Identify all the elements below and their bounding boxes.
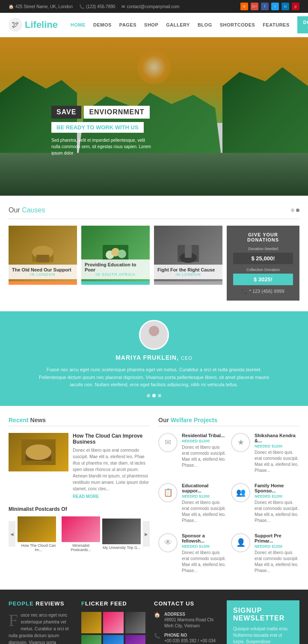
project-content-6: Support Pre Primar... NEEDED $1200 Donec…: [255, 533, 299, 574]
donation-title: GIVE YOUR DONATIONS: [233, 232, 293, 242]
testimonial-dots: [9, 394, 299, 397]
flicker-title-suffix: LICKER FEED: [85, 600, 127, 607]
cause-strip-1: [9, 281, 77, 285]
news-img-bg-1: [9, 433, 68, 471]
nav-demos[interactable]: DEMOS: [93, 22, 112, 27]
projects-title: Our Welfare Projects: [158, 417, 299, 423]
hero-environment-label: ENVIORNMENT: [84, 106, 149, 119]
news-projects-section: Recent News How The Cloud Can Improve Bu…: [0, 406, 308, 590]
thumb-wrapper-1: How The Cloud Can Im...: [18, 516, 60, 552]
facebook-icon[interactable]: f: [261, 3, 269, 10]
contact-phone-value: +00 035 835 282 / +00 034 965 353: [164, 638, 216, 644]
cause-label-1: The Old Need Our Support IN LONDON: [9, 265, 77, 279]
cause-location-1: IN LONDON: [12, 272, 74, 277]
nav-blog[interactable]: BLOG: [198, 22, 212, 27]
hero-content: SAVE ENVIORNMENT BE READY TO WORK WITH U…: [51, 106, 154, 156]
svg-point-6: [118, 250, 126, 258]
projects-grid: ✉ Residential Tribal... NEEDED $1200 Don…: [158, 433, 299, 579]
contact-phone-item: 📞 PHONE NO +00 035 835 282 / +00 034 965…: [154, 633, 218, 644]
address-icon: 🏠: [154, 612, 161, 618]
cause-title-2: Providing Education to Poor: [85, 262, 146, 272]
contact-address-value: #8901 Marmora Road Chi Minh City, Vietna…: [164, 617, 213, 628]
nav-links: HOME DEMOS PAGES SHOP GALLERY BLOG SHORT…: [71, 16, 308, 33]
pinterest-icon[interactable]: p: [292, 3, 299, 10]
project-name-6: Support Pre Primar...: [255, 533, 299, 543]
twitter-icon[interactable]: t: [271, 3, 279, 10]
google-plus-icon[interactable]: G+: [251, 3, 258, 10]
project-icon-2: ★: [231, 433, 250, 452]
project-name-3: Educational suppor...: [182, 483, 227, 493]
reviews-title-prefix: PEOPLE: [9, 600, 34, 607]
rss-icon[interactable]: ⊕: [240, 3, 248, 10]
nav-shop[interactable]: SHOP: [144, 22, 158, 27]
thumb-prev[interactable]: ◀: [9, 521, 15, 547]
nav-features[interactable]: FEATURES: [263, 22, 289, 27]
linkedin-icon[interactable]: in: [281, 3, 289, 10]
cause-strip-3: [154, 281, 222, 285]
top-bar: 🏠 425 Street Name, UK, London 📞 (123) 45…: [0, 0, 308, 13]
flicker-title-prefix: F: [81, 600, 85, 607]
project-needed-6: NEEDED $1200: [255, 544, 299, 549]
nav-home[interactable]: HOME: [71, 22, 86, 27]
thumb-image-2: [62, 516, 100, 542]
logo[interactable]: 🕊 Lifeline: [9, 18, 58, 32]
nav-gallery[interactable]: GALLERY: [166, 22, 190, 27]
news-second-title: Minimalist Postcards Of: [9, 506, 150, 512]
hero-ready-prefix: BE READY TO WORK: [56, 124, 115, 131]
projects-title-accent: Welfare Projects: [169, 417, 217, 423]
project-name-5: Sponsor a fellowsh...: [182, 533, 227, 543]
phone-icon: 📞: [79, 4, 84, 9]
project-desc-2: Donec et libero quis erat commodo suscip…: [255, 450, 299, 474]
project-content-5: Sponsor a fellowsh... NEEDED $1200 Donec…: [182, 533, 227, 574]
top-bar-contact: 🏠 425 Street Name, UK, London 📞 (123) 45…: [9, 4, 179, 9]
thumb-label-1: How The Cloud Can Im...: [18, 543, 60, 552]
news-thumbnails: ◀ How The Cloud Can Im... Minimalist Pos…: [9, 516, 150, 552]
project-content-1: Residential Tribal... NEEDED $1200 Donec…: [182, 433, 227, 468]
news-item-1: How The Cloud Can Improve Business Donec…: [9, 433, 150, 501]
donate-button[interactable]: DONATE NOW: [297, 16, 308, 33]
testimonial-dot-2[interactable]: [152, 394, 156, 397]
donation-collection-label: Collection Donation: [233, 268, 293, 272]
flicker-feed-col: FLICKER FEED: [81, 600, 145, 644]
hero-headline: SAVE ENVIORNMENT: [51, 106, 154, 119]
donation-phone: 📞 * 123 (456) 9999: [233, 289, 293, 294]
thumb-wrapper-3: My University Trip G...: [102, 519, 141, 550]
project-name-2: Shikshana Kendra &...: [255, 433, 299, 443]
testimonial-text: Fusce nec arcu eget nunc scelerisque pha…: [38, 366, 270, 389]
thumb-next[interactable]: ▶: [143, 521, 150, 547]
project-needed-3: NEEDED $1200: [182, 494, 227, 498]
read-more-link[interactable]: READ MORE: [73, 494, 150, 499]
projects-divider: [158, 426, 299, 426]
project-icon-3: 📋: [158, 483, 178, 502]
cause-card-1[interactable]: The Old Need Our Support IN LONDON: [9, 226, 77, 301]
contact-phone-icon: 📞: [154, 633, 161, 639]
news-column: Recent News How The Cloud Can Improve Bu…: [9, 417, 150, 579]
hero-subheadline: BE READY TO WORK WITH US: [51, 122, 144, 133]
cause-label-3: Fight For the Right Cause IN LONDON: [154, 265, 222, 279]
projects-column: Our Welfare Projects ✉ Residential Triba…: [158, 417, 299, 579]
project-item-2: ★ Shikshana Kendra &... NEEDED $1200 Don…: [231, 433, 299, 474]
testimonial-dot-1[interactable]: [147, 394, 150, 397]
email-item: ✉ contact@companymail.com: [121, 4, 179, 9]
news-content-1: How The Cloud Can Improve Business Donec…: [73, 433, 150, 501]
cause-location-3: IN LONDON: [157, 272, 219, 277]
cause-card-3[interactable]: Fight For the Right Cause IN LONDON: [154, 226, 222, 301]
project-desc-4: Donec et libero quis erat commodo suscip…: [255, 500, 299, 524]
testimonial-dot-3[interactable]: [158, 394, 161, 397]
nav-shortcodes[interactable]: SHORTCODES: [220, 22, 255, 27]
projects-title-prefix: Our: [158, 417, 169, 423]
carousel-dot-1[interactable]: [291, 209, 294, 212]
news-divider: [9, 426, 150, 426]
testimonial-name: MARIYA FRUKLEIN, CEO: [9, 354, 299, 361]
svg-point-12: [149, 326, 159, 336]
cause-card-2[interactable]: Providing Education to Poor IN SOUTH AFR…: [81, 226, 150, 301]
hero-body-text: Sed pharetra, velit et imperdiet pellent…: [51, 137, 154, 156]
reviews-body: F usce nec arcu eget nunc scelerisque ph…: [9, 612, 73, 644]
project-name-4: Family Home Sponso...: [255, 483, 299, 493]
project-needed-2: NEEDED $1200: [255, 444, 299, 448]
project-desc-3: Donec et libero quis erat commodo suscip…: [182, 500, 227, 524]
carousel-dot-2[interactable]: [296, 209, 299, 212]
news-title-suffix: News: [29, 417, 46, 423]
cause-location-2: IN SOUTH AFRICA: [85, 272, 146, 277]
nav-pages[interactable]: PAGES: [119, 22, 136, 27]
